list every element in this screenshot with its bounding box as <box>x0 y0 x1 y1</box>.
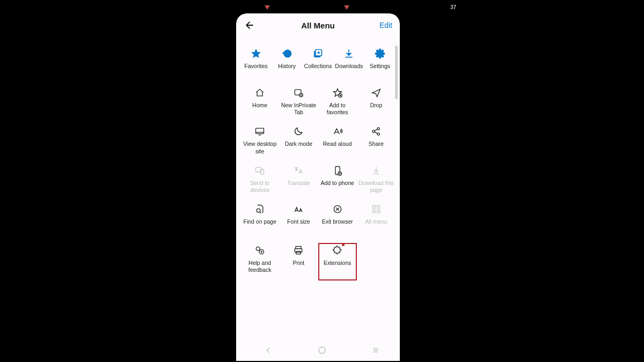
menu-label: Download this page <box>358 180 394 194</box>
all-menu-item: All menu <box>357 200 396 232</box>
home-icon <box>254 87 266 99</box>
add-to-favorites-item[interactable]: Add to favorites <box>318 84 357 122</box>
share-item[interactable]: Share <box>357 122 396 161</box>
extensions-item[interactable]: Extensions <box>318 241 357 280</box>
status-indicator-icon <box>265 5 270 10</box>
drop-item[interactable]: Drop <box>357 84 396 122</box>
downloads-item[interactable]: Downloads <box>333 45 364 76</box>
svg-line-22 <box>375 132 378 134</box>
download-this-page-item: Download this page <box>357 161 396 200</box>
history-item[interactable]: History <box>272 45 303 76</box>
collections-item[interactable]: Collections <box>303 45 334 76</box>
gear-icon <box>374 48 386 60</box>
menu-label: Add to phone <box>320 180 354 187</box>
dark-mode-item[interactable]: Dark mode <box>279 122 318 161</box>
menu-label: Read aloud <box>323 141 352 147</box>
menu-label: Extensions <box>324 260 351 267</box>
add-to-phone-item[interactable]: Add to phone <box>318 161 357 200</box>
svg-marker-1 <box>252 49 261 58</box>
exit-browser-item[interactable]: Exit browser <box>318 200 357 232</box>
screen-stage: 37 All Menu Edit Favorites <box>0 0 644 362</box>
menu-label: Drop <box>370 102 382 109</box>
puzzle-icon <box>332 245 343 256</box>
home-item[interactable]: Home <box>240 84 279 122</box>
android-status-bar: 37 <box>0 4 644 12</box>
menu-row: Help and feedback Print Extensions <box>240 241 396 280</box>
svg-point-38 <box>256 247 260 250</box>
download-icon <box>370 165 382 176</box>
grid-icon <box>370 203 382 215</box>
svg-rect-36 <box>372 210 375 213</box>
panel-header: All Menu Edit <box>236 13 400 37</box>
print-item[interactable]: Print <box>279 241 318 280</box>
menu-label: History <box>278 63 296 70</box>
new-inprivate-tab-item[interactable]: New InPrivate Tab <box>279 84 318 122</box>
svg-line-30 <box>260 212 261 213</box>
scroll-indicator <box>395 46 398 99</box>
font-size-icon <box>292 203 304 215</box>
translate-icon <box>292 165 304 176</box>
inprivate-icon <box>292 87 304 99</box>
download-icon <box>343 48 355 60</box>
menu-label: Exit browser <box>322 218 353 225</box>
notification-badge <box>342 243 345 246</box>
phone-plus-icon <box>332 165 343 176</box>
svg-rect-14 <box>256 129 264 134</box>
svg-rect-35 <box>377 205 380 208</box>
favorites-item[interactable]: Favorites <box>240 45 272 76</box>
read-aloud-item[interactable]: Read aloud <box>318 122 357 161</box>
battery-percent: 37 <box>450 4 456 10</box>
svg-rect-34 <box>372 205 375 208</box>
settings-item[interactable]: Settings <box>364 45 396 76</box>
menu-label: Add to favorites <box>319 102 356 116</box>
svg-rect-42 <box>296 252 301 254</box>
find-on-page-item[interactable]: Find on page <box>240 200 279 232</box>
nav-recent-button[interactable] <box>371 346 380 357</box>
menu-label: All menu <box>365 218 387 225</box>
menu-label: Find on page <box>243 218 276 225</box>
find-on-page-icon <box>254 203 266 215</box>
translate-item: Translate <box>279 161 318 200</box>
menu-label: Send to devices <box>241 180 278 194</box>
collections-icon <box>312 48 324 60</box>
menu-label: Downloads <box>335 63 363 70</box>
menu-label: Help and feedback <box>241 260 278 274</box>
svg-point-43 <box>319 347 325 353</box>
devices-icon <box>254 165 266 176</box>
feedback-icon <box>254 245 266 256</box>
all-menu-panel: All Menu Edit Favorites History <box>236 13 400 361</box>
quick-access-row: Favorites History Collections <box>240 45 396 76</box>
send-icon <box>370 87 382 99</box>
menu-label: Print <box>293 260 305 267</box>
font-size-item[interactable]: Font size <box>279 200 318 232</box>
menu-label: View desktop site <box>241 141 278 154</box>
menu-grid: Favorites History Collections <box>236 37 400 280</box>
menu-row: Send to devices Translate Add to phone <box>240 161 396 200</box>
menu-label: Favorites <box>244 63 267 70</box>
menu-row: View desktop site Dark mode Read aloud <box>240 122 396 161</box>
menu-label: Share <box>369 141 384 147</box>
read-aloud-icon <box>332 125 343 137</box>
menu-label: Translate <box>287 180 310 187</box>
menu-row: Find on page Font size Exit browser <box>240 200 396 232</box>
status-indicator-icon <box>344 5 349 10</box>
svg-point-29 <box>257 209 260 212</box>
panel-title: All Menu <box>236 21 400 30</box>
menu-label: Dark mode <box>285 141 312 147</box>
print-icon <box>292 245 304 256</box>
nav-back-button[interactable] <box>264 346 273 357</box>
exit-icon <box>332 203 343 215</box>
svg-line-21 <box>375 129 378 131</box>
share-icon <box>370 125 382 137</box>
help-and-feedback-item[interactable]: Help and feedback <box>240 241 279 280</box>
menu-label: New InPrivate Tab <box>280 102 317 116</box>
moon-icon <box>292 125 304 137</box>
view-desktop-site-item[interactable]: View desktop site <box>240 122 279 161</box>
android-nav-bar <box>241 346 402 357</box>
send-to-devices-item: Send to devices <box>240 161 279 200</box>
nav-home-button[interactable] <box>317 345 327 357</box>
star-plus-icon <box>332 87 343 99</box>
menu-label: Font size <box>287 218 310 225</box>
desktop-icon <box>254 125 266 137</box>
edit-button[interactable]: Edit <box>379 21 392 29</box>
